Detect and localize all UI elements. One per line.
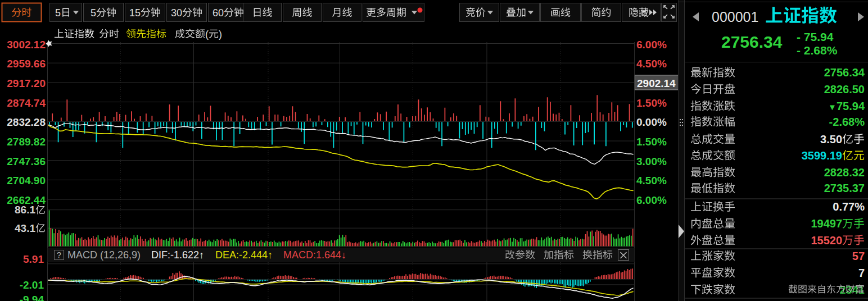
svg-text:- 2.68%: - 2.68%	[797, 44, 838, 57]
svg-text:86.1: 86.1	[15, 204, 35, 216]
svg-text:-2.01: -2.01	[20, 279, 44, 291]
svg-text:2902.14: 2902.14	[637, 77, 676, 89]
svg-text:000001: 000001	[712, 9, 758, 25]
svg-text:19497: 19497	[811, 217, 842, 230]
svg-text:5: 5	[55, 7, 61, 19]
svg-text:4.50%: 4.50%	[636, 175, 667, 186]
svg-text:57: 57	[852, 250, 865, 262]
svg-text:2832.28: 2832.28	[7, 116, 46, 128]
svg-text:6.00%: 6.00%	[636, 194, 667, 206]
svg-text:60: 60	[213, 7, 224, 19]
svg-text:?: ?	[57, 250, 61, 259]
svg-text:2756.34: 2756.34	[824, 66, 865, 79]
svg-text:2959.66: 2959.66	[7, 58, 46, 70]
svg-text:43.1: 43.1	[15, 222, 35, 234]
svg-text:MACD:1.644↓: MACD:1.644↓	[283, 249, 346, 261]
svg-text:75.94: 75.94	[837, 100, 865, 112]
svg-text:0.00%: 0.00%	[636, 116, 667, 128]
svg-text:6.00%: 6.00%	[636, 39, 667, 51]
svg-text:3002.12: 3002.12	[7, 39, 46, 51]
svg-text:MACD (12,26,9): MACD (12,26,9)	[67, 249, 141, 261]
svg-text:3.00%: 3.00%	[636, 156, 667, 167]
svg-text:15520: 15520	[811, 234, 842, 247]
svg-text:0.77%: 0.77%	[833, 200, 865, 213]
svg-text:2747.36: 2747.36	[7, 156, 46, 167]
svg-text:5: 5	[91, 7, 96, 19]
svg-text:4.50%: 4.50%	[636, 58, 667, 70]
svg-text:): )	[219, 29, 222, 40]
svg-text:1.50%: 1.50%	[636, 136, 667, 148]
svg-text:5.91: 5.91	[23, 253, 44, 265]
svg-text:3.50: 3.50	[820, 133, 842, 145]
svg-text:▼: ▼	[828, 102, 837, 112]
svg-text:DEA:-2.444↑: DEA:-2.444↑	[215, 249, 273, 261]
svg-text:2917.20: 2917.20	[7, 77, 46, 89]
svg-text:- 75.94: - 75.94	[797, 30, 834, 43]
svg-text:15: 15	[129, 7, 141, 19]
svg-text:2789.82: 2789.82	[7, 136, 46, 148]
svg-text:3599.19: 3599.19	[802, 149, 842, 162]
svg-text:2826.50: 2826.50	[824, 83, 865, 95]
svg-text:2735.37: 2735.37	[824, 182, 865, 194]
svg-text:2874.74: 2874.74	[7, 97, 46, 109]
svg-text:2704.90: 2704.90	[7, 175, 46, 186]
svg-text:(: (	[205, 29, 209, 40]
svg-text:-2.68%: -2.68%	[829, 116, 865, 128]
svg-text:2828.32: 2828.32	[824, 166, 865, 179]
svg-text:7: 7	[858, 267, 865, 279]
svg-text:2756.34: 2756.34	[721, 33, 783, 51]
svg-text:DIF:-1.622↑: DIF:-1.622↑	[151, 249, 204, 261]
svg-text:1.50%: 1.50%	[636, 97, 667, 109]
svg-text:-9.94: -9.94	[20, 294, 44, 301]
svg-text:30: 30	[171, 7, 182, 19]
